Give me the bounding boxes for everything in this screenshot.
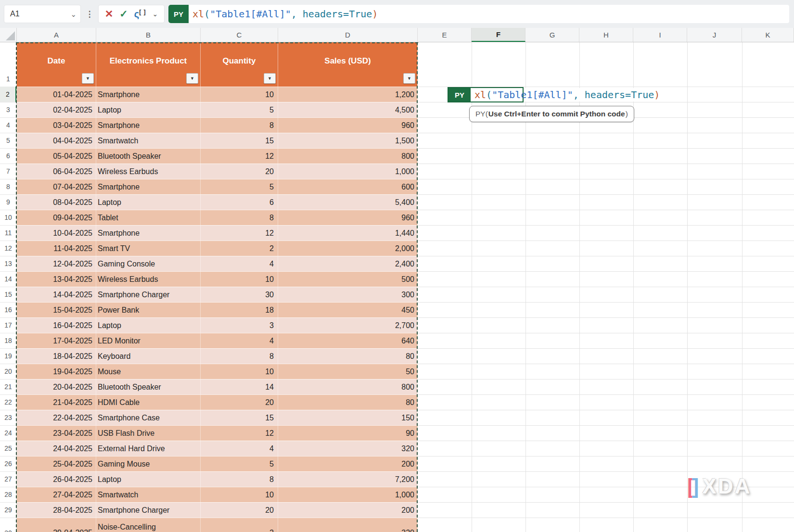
row-number-24[interactable]: 24 [0,425,16,441]
table-cell[interactable]: 06-04-2025 [17,164,96,179]
table-cell[interactable]: 09-04-2025 [17,210,96,225]
table-cell[interactable]: Power Bank [96,303,201,317]
table-cell[interactable]: 16-04-2025 [17,318,96,333]
table-cell[interactable]: 150 [278,410,418,425]
chevron-down-icon[interactable]: ⌄ [152,10,158,18]
table-cell[interactable]: 1,000 [278,487,418,502]
table-cell[interactable]: Gaming Mouse [96,456,201,471]
table-cell[interactable]: 18 [201,303,278,317]
row-number-4[interactable]: 4 [0,117,16,133]
table-cell[interactable]: 4 [201,256,278,271]
table-cell[interactable]: 640 [278,333,418,348]
table-cell[interactable]: 2,700 [278,318,418,333]
table-cell[interactable]: 80 [278,395,418,410]
column-header-H[interactable]: H [579,28,633,42]
table-cell[interactable]: 01-04-2025 [17,87,96,102]
filter-dropdown-button[interactable]: ▼ [403,73,415,84]
table-cell[interactable]: Smartwatch [96,487,201,502]
enter-icon[interactable]: ✓ [119,8,128,20]
table-cell[interactable]: 12 [201,149,278,164]
table-cell[interactable]: 29-04-2025 [17,518,96,532]
table-cell[interactable]: 1,000 [278,164,418,179]
table-cell[interactable]: 12 [201,426,278,441]
select-all-corner[interactable] [0,28,17,42]
table-cell[interactable]: Gaming Console [96,256,201,271]
table-cell[interactable]: 20 [201,164,278,179]
table-cell[interactable]: 800 [278,380,418,394]
table-cell[interactable]: 5 [201,456,278,471]
table-cell[interactable]: Laptop [96,102,201,117]
row-number-27[interactable]: 27 [0,471,16,487]
row-number-25[interactable]: 25 [0,441,16,456]
row-number-8[interactable]: 8 [0,179,16,194]
table-cell[interactable]: Smartphone [96,118,201,133]
column-header-K[interactable]: K [742,28,794,42]
row-number-23[interactable]: 23 [0,410,16,425]
table-header-cell[interactable]: Sales (USD)▼ [278,42,418,87]
table-cell[interactable]: 20-04-2025 [17,380,96,394]
table-cell[interactable]: 10 [201,87,278,102]
table-cell[interactable]: 15-04-2025 [17,303,96,317]
cell-formula-text[interactable]: xl("Table1[#All]", headers=True) [474,87,660,102]
table-header-cell[interactable]: Electronics Product▼ [96,42,201,87]
row-number-21[interactable]: 21 [0,379,16,394]
table-cell[interactable]: 320 [278,441,418,456]
column-header-J[interactable]: J [687,28,742,42]
table-cell[interactable]: Smartphone Case [96,410,201,425]
table-cell[interactable]: 10 [201,487,278,502]
table-cell[interactable]: 300 [278,287,418,302]
table-cell[interactable]: Keyboard [96,349,201,364]
table-cell[interactable]: Smartphone [96,87,201,102]
table-header-cell[interactable]: Date▼ [17,42,96,87]
table-cell[interactable]: 11-04-2025 [17,241,96,256]
table-cell[interactable]: 15 [201,410,278,425]
row-number-14[interactable]: 14 [0,271,16,287]
chevron-down-icon[interactable]: ⌄ [70,11,77,18]
row-number-26[interactable]: 26 [0,456,16,471]
row-number-15[interactable]: 15 [0,287,16,302]
table-cell[interactable]: 200 [278,503,418,518]
table-cell[interactable]: Smartphone Charger [96,503,201,518]
table-cell[interactable]: 19-04-2025 [17,364,96,379]
table-cell[interactable]: External Hard Drive [96,441,201,456]
table-cell[interactable]: Laptop [96,472,201,487]
table-cell[interactable]: Smart TV [96,241,201,256]
table-cell[interactable]: Noise-Cancelling [96,518,201,532]
table-cell[interactable]: 10 [201,364,278,379]
table-cell[interactable]: 500 [278,272,418,287]
table-cell[interactable]: 50 [278,364,418,379]
table-cell[interactable]: 320 [278,518,418,532]
table-cell[interactable]: Mouse [96,364,201,379]
table-cell[interactable]: 08-04-2025 [17,195,96,210]
column-header-E[interactable]: E [418,28,472,42]
row-number-2[interactable]: 2 [0,87,16,102]
table-cell[interactable]: Smartphone [96,179,201,194]
table-cell[interactable]: 23-04-2025 [17,426,96,441]
table-cell[interactable]: 26-04-2025 [17,472,96,487]
table-cell[interactable]: Laptop [96,318,201,333]
row-number-5[interactable]: 5 [0,133,16,148]
column-header-F[interactable]: F [472,28,525,42]
table-cell[interactable]: 90 [278,426,418,441]
column-header-B[interactable]: B [96,28,201,42]
table-cell[interactable]: 25-04-2025 [17,456,96,471]
table-cell[interactable]: 4,500 [278,102,418,117]
table-cell[interactable]: 15 [201,133,278,148]
row-number-18[interactable]: 18 [0,333,16,348]
table-cell[interactable]: 2,400 [278,256,418,271]
table-cell[interactable]: 14-04-2025 [17,287,96,302]
row-number-16[interactable]: 16 [0,302,16,317]
table-cell[interactable]: 1,200 [278,87,418,102]
filter-dropdown-button[interactable]: ▼ [82,73,94,84]
table-cell[interactable]: Smartwatch [96,133,201,148]
table-cell[interactable]: 5 [201,102,278,117]
table-cell[interactable]: 960 [278,118,418,133]
table-cell[interactable]: Wireless Earbuds [96,272,201,287]
table-cell[interactable]: 02-04-2025 [17,102,96,117]
table-cell[interactable]: Laptop [96,195,201,210]
filter-dropdown-button[interactable]: ▼ [264,73,276,84]
insert-python-function-icon[interactable]: ς[ ] [134,9,146,19]
table-cell[interactable]: 200 [278,456,418,471]
table-cell[interactable]: 8 [201,349,278,364]
table-cell[interactable]: 8 [201,118,278,133]
